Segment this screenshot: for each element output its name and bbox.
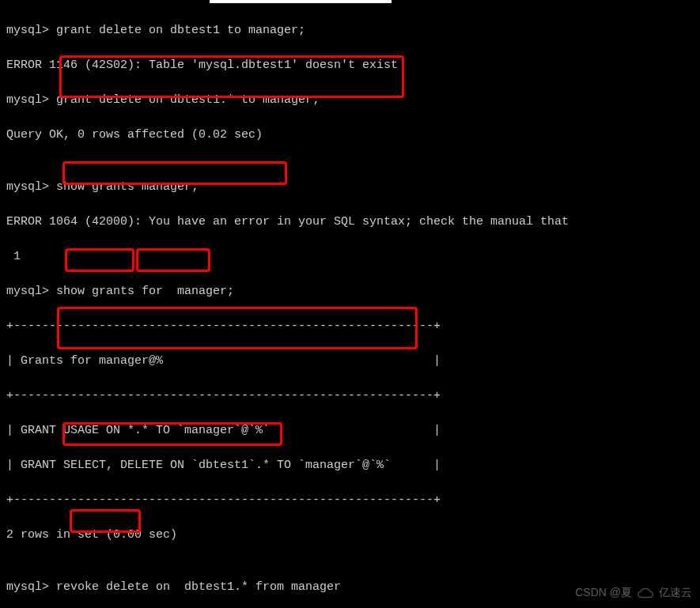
error-line: ERROR 1064 (42000): You have an error in…	[6, 213, 694, 231]
cmd-line: mysql> grant delete on dbtest1.* to mana…	[6, 92, 694, 109]
cmd-line: mysql> grant delete on dbtest1 to manage…	[6, 22, 694, 40]
window-titlebar-fragment	[210, 0, 392, 3]
terminal-output[interactable]: mysql> grant delete on dbtest1 to manage…	[0, 0, 700, 608]
table-row: | GRANT SELECT, DELETE ON `dbtest1`.* TO…	[6, 457, 694, 474]
error-line: 1	[6, 248, 694, 266]
result-line: 2 rows in set (0.00 sec)	[6, 527, 694, 544]
result-line: Query OK, 0 rows affected (0.02 sec)	[6, 127, 694, 144]
cloud-icon	[637, 587, 654, 599]
cmd-line: mysql> show grants for manager;	[6, 283, 694, 300]
table-border: +---------------------------------------…	[6, 387, 694, 405]
watermark-csdn: CSDN @夏	[575, 586, 632, 600]
error-line: ERROR 1146 (42S02): Table 'mysql.dbtest1…	[6, 57, 694, 74]
watermark-brand: 亿速云	[659, 586, 692, 600]
table-row: | GRANT USAGE ON *.* TO `manager`@`%` |	[6, 422, 694, 440]
cmd-line: mysql> show grants manager;	[6, 179, 694, 196]
table-border: +---------------------------------------…	[6, 492, 694, 509]
table-header: | Grants for manager@% |	[6, 353, 694, 370]
watermark: CSDN @夏 亿速云	[575, 586, 692, 600]
table-border: +---------------------------------------…	[6, 318, 694, 335]
